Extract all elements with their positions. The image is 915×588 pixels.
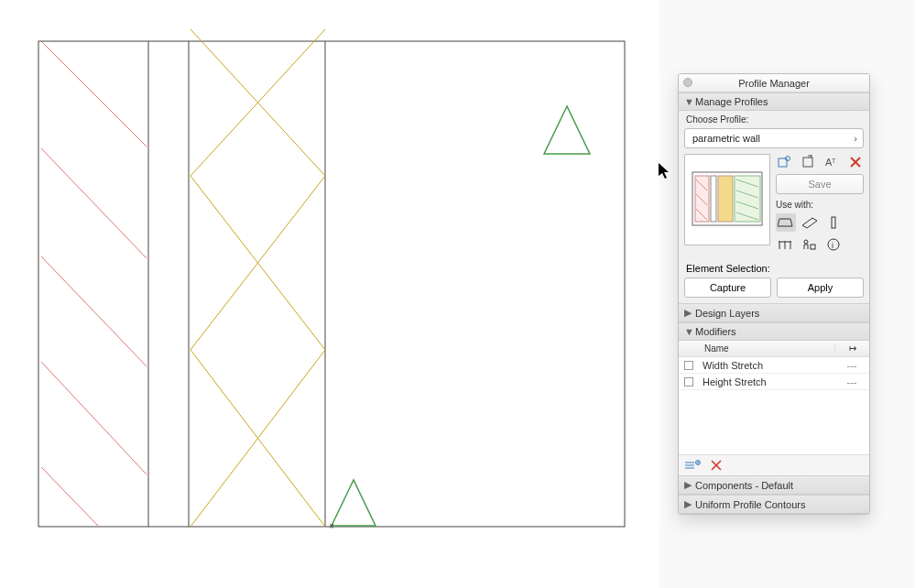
close-dot-icon[interactable] <box>683 78 692 87</box>
svg-rect-0 <box>38 41 625 527</box>
chevron-right-icon: › <box>854 133 857 144</box>
panel-titlebar[interactable]: Profile Manager <box>679 74 869 93</box>
section-uniform-profile-contours[interactable]: ▶ Uniform Profile Contours <box>679 495 869 514</box>
use-with-object-icon[interactable] <box>800 235 820 254</box>
save-button[interactable]: Save <box>776 174 864 194</box>
use-with-beam-icon[interactable] <box>800 213 820 232</box>
svg-line-8 <box>41 362 147 474</box>
export-profile-icon[interactable] <box>800 154 816 170</box>
delete-icon[interactable] <box>847 154 864 170</box>
svg-point-45 <box>804 240 808 244</box>
remove-modifier-icon[interactable] <box>708 459 724 472</box>
profile-preview <box>684 154 770 245</box>
modifier-row[interactable]: Height Stretch --- <box>679 374 869 390</box>
svg-text:×: × <box>329 521 334 531</box>
drawing-canvas[interactable]: × <box>0 0 659 588</box>
svg-point-47 <box>828 239 839 250</box>
use-with-label: Use with: <box>776 200 864 210</box>
modifiers-header-arrow-icon[interactable]: ↦ <box>834 343 869 354</box>
use-with-wall-icon[interactable] <box>776 213 796 232</box>
apply-button[interactable]: Apply <box>777 278 864 298</box>
disclosure-triangle-right-icon: ▶ <box>684 498 692 510</box>
checkbox[interactable] <box>684 377 693 387</box>
use-with-column-icon[interactable] <box>823 213 844 232</box>
svg-rect-35 <box>803 158 812 167</box>
add-modifier-icon[interactable] <box>684 459 701 472</box>
profile-dropdown[interactable]: parametric wall › <box>684 128 864 148</box>
element-selection-label: Element Selection: <box>679 259 869 278</box>
disclosure-triangle-down-icon: ▼ <box>684 96 692 107</box>
select-by-profile-icon[interactable] <box>776 154 792 170</box>
use-with-info-icon[interactable]: i <box>823 235 844 254</box>
svg-line-5 <box>41 148 147 258</box>
svg-marker-20 <box>659 163 669 179</box>
svg-text:T: T <box>832 158 836 164</box>
svg-line-4 <box>41 41 147 147</box>
svg-rect-40 <box>832 217 835 228</box>
svg-line-9 <box>41 467 99 527</box>
use-with-railing-icon[interactable] <box>776 235 796 254</box>
choose-profile-label: Choose Profile: <box>679 111 869 126</box>
section-modifiers[interactable]: ▼ Modifiers <box>679 322 869 341</box>
checkbox[interactable] <box>684 361 693 370</box>
rename-icon[interactable]: AT <box>823 154 840 170</box>
disclosure-triangle-right-icon: ▶ <box>684 479 692 491</box>
modifier-row[interactable]: Width Stretch --- <box>679 357 869 374</box>
capture-button[interactable]: Capture <box>684 278 771 298</box>
section-design-layers[interactable]: ▶ Design Layers <box>679 303 869 322</box>
modifiers-header-name[interactable]: Name <box>699 343 834 354</box>
section-manage-profiles[interactable]: ▼ Manage Profiles <box>679 93 869 111</box>
disclosure-triangle-right-icon: ▶ <box>684 307 692 319</box>
svg-marker-17 <box>544 106 590 154</box>
svg-rect-26 <box>711 176 716 222</box>
modifiers-table: Name ↦ Width Stretch --- Height Stretch … <box>679 341 869 475</box>
panel-title: Profile Manager <box>738 78 810 89</box>
mouse-cursor-icon <box>659 163 671 180</box>
svg-rect-27 <box>718 176 733 222</box>
section-components-default[interactable]: ▶ Components - Default <box>679 475 869 495</box>
profile-manager-panel: Profile Manager ▼ Manage Profiles Choose… <box>678 73 870 515</box>
svg-rect-46 <box>811 245 815 249</box>
svg-marker-18 <box>332 480 376 526</box>
svg-text:i: i <box>832 241 833 250</box>
svg-line-7 <box>41 256 147 366</box>
disclosure-triangle-down-icon: ▼ <box>684 326 692 337</box>
